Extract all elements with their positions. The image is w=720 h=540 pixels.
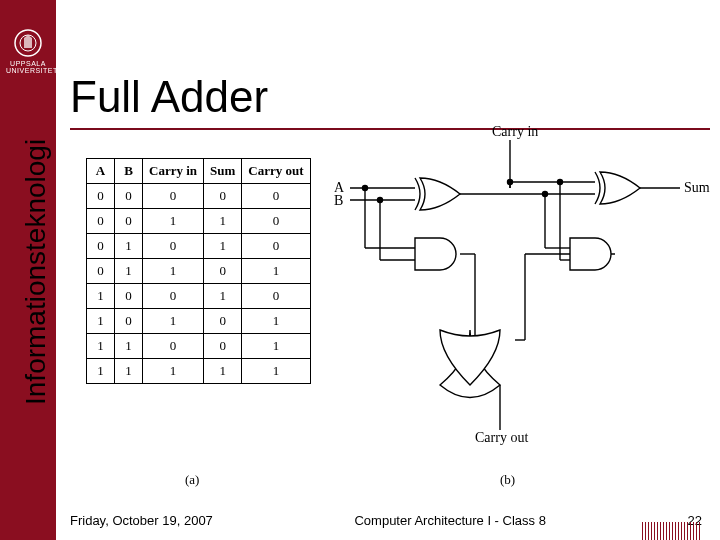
table-cell: 0 [115, 184, 143, 209]
footer-course: Computer Architecture I - Class 8 [354, 513, 545, 528]
table-cell: 0 [242, 209, 310, 234]
svg-point-27 [543, 192, 548, 197]
label-sum: Sum [684, 180, 710, 196]
table-row: 01101 [87, 259, 311, 284]
table-cell: 1 [87, 309, 115, 334]
footer-date: Friday, October 19, 2007 [70, 513, 213, 528]
table-row: 00110 [87, 209, 311, 234]
table-cell: 1 [115, 259, 143, 284]
table-cell: 1 [242, 334, 310, 359]
table-cell: 1 [115, 359, 143, 384]
table-cell: 0 [242, 284, 310, 309]
slide-title: Full Adder [70, 72, 268, 122]
table-cell: 1 [143, 209, 204, 234]
table-row: 10101 [87, 309, 311, 334]
table-cell: 1 [143, 359, 204, 384]
svg-point-28 [558, 180, 563, 185]
logo-line1: UPPSALA [6, 60, 50, 67]
caption-b: (b) [500, 472, 515, 488]
table-cell: 0 [115, 284, 143, 309]
th-carry-in: Carry in [143, 159, 204, 184]
table-cell: 1 [143, 259, 204, 284]
table-cell: 1 [242, 309, 310, 334]
caption-a: (a) [185, 472, 199, 488]
table-cell: 0 [143, 334, 204, 359]
table-cell: 0 [143, 234, 204, 259]
table-cell: 1 [87, 284, 115, 309]
truth-table: A B Carry in Sum Carry out 0000000110010… [86, 158, 311, 384]
th-A: A [87, 159, 115, 184]
seal-icon [13, 28, 43, 58]
footer-hatch-decoration [642, 522, 702, 540]
table-row: 10010 [87, 284, 311, 309]
th-sum: Sum [204, 159, 242, 184]
label-B: B [334, 193, 343, 209]
table-cell: 0 [242, 234, 310, 259]
truth-table-header-row: A B Carry in Sum Carry out [87, 159, 311, 184]
table-cell: 0 [87, 209, 115, 234]
table-cell: 1 [143, 309, 204, 334]
label-carry-in: Carry in [492, 124, 538, 140]
table-cell: 0 [143, 284, 204, 309]
table-cell: 1 [204, 234, 242, 259]
department-label: Informationsteknologi [20, 139, 52, 405]
table-cell: 1 [242, 359, 310, 384]
table-cell: 1 [204, 209, 242, 234]
table-cell: 1 [87, 359, 115, 384]
th-B: B [115, 159, 143, 184]
table-cell: 0 [143, 184, 204, 209]
table-cell: 0 [242, 184, 310, 209]
table-cell: 0 [87, 259, 115, 284]
label-carry-out: Carry out [475, 430, 528, 446]
table-row: 01010 [87, 234, 311, 259]
logo-line2: UNIVERSITET [6, 67, 50, 74]
table-cell: 0 [115, 309, 143, 334]
table-cell: 0 [87, 184, 115, 209]
svg-point-24 [363, 186, 368, 191]
table-cell: 0 [87, 234, 115, 259]
table-cell: 0 [204, 334, 242, 359]
table-cell: 1 [204, 284, 242, 309]
table-cell: 0 [204, 309, 242, 334]
svg-point-26 [508, 180, 513, 185]
table-cell: 1 [204, 359, 242, 384]
table-cell: 0 [204, 259, 242, 284]
table-cell: 0 [204, 184, 242, 209]
table-row: 00000 [87, 184, 311, 209]
table-row: 11111 [87, 359, 311, 384]
table-cell: 1 [115, 234, 143, 259]
full-adder-circuit: Carry in A B Sum Carry out [320, 130, 720, 470]
slide-footer: Friday, October 19, 2007 Computer Archit… [70, 513, 702, 528]
th-carry-out: Carry out [242, 159, 310, 184]
svg-point-25 [378, 198, 383, 203]
table-cell: 1 [242, 259, 310, 284]
table-cell: 1 [115, 334, 143, 359]
table-row: 11001 [87, 334, 311, 359]
table-cell: 1 [87, 334, 115, 359]
table-cell: 0 [115, 209, 143, 234]
uppsala-logo: UPPSALA UNIVERSITET [6, 28, 50, 74]
